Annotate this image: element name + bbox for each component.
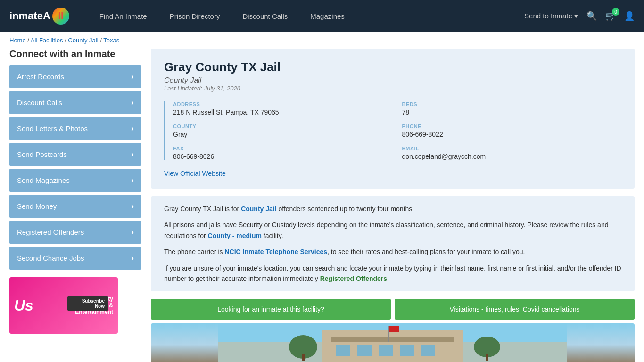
facility-description: Gray County TX Jail is for County Jail o… xyxy=(151,196,635,291)
sidebar-item-discount-calls[interactable]: Discount Calls › xyxy=(9,91,141,114)
breadcrumb-state[interactable]: Texas xyxy=(103,37,119,44)
description-para3: The phone carrier is NCIC Inmate Telepho… xyxy=(164,247,621,257)
breadcrumb-county-jail[interactable]: County Jail xyxy=(68,37,98,44)
sidebar-item-send-money[interactable]: Send Money › xyxy=(9,195,141,218)
description-para2: All prisons and jails have Security or C… xyxy=(164,220,621,241)
facility-name: Gray County TX Jail xyxy=(164,60,621,74)
action-buttons: Looking for an inmate at this facility? … xyxy=(151,299,635,320)
facility-last-updated: Last Updated: July 31, 2020 xyxy=(164,85,621,92)
chevron-right-icon: › xyxy=(131,253,134,263)
beds-label: BEDS xyxy=(402,101,622,107)
chevron-right-icon: › xyxy=(131,227,134,237)
facility-details: ADDRESS 218 N Russell St, Pampa, TX 7906… xyxy=(164,101,621,160)
sidebar-item-label: Send Letters & Photos xyxy=(17,124,88,132)
fax-label: FAX xyxy=(173,146,393,151)
phone-label: PHONE xyxy=(402,123,622,129)
sidebar: Connect with an Inmate Arrest Records › … xyxy=(9,49,141,362)
nav-discount-calls[interactable]: Discount Calls xyxy=(231,0,299,32)
email-value: don.copeland@graycch.com xyxy=(402,153,622,160)
nav-magazines[interactable]: Magazines xyxy=(299,0,356,32)
sidebar-item-registered-offenders[interactable]: Registered Offenders › xyxy=(9,221,141,244)
chevron-right-icon: › xyxy=(131,175,134,185)
description-para1: Gray County TX Jail is for County Jail o… xyxy=(164,204,621,214)
svg-rect-16 xyxy=(486,354,488,361)
facility-image xyxy=(151,323,635,362)
main-container: Connect with an Inmate Arrest Records › … xyxy=(0,49,644,362)
chevron-right-icon: › xyxy=(131,149,134,159)
navigation: inmateA ll Find An Inmate Prison Directo… xyxy=(0,0,644,32)
breadcrumb-home[interactable]: Home xyxy=(9,37,26,44)
facility-address: ADDRESS 218 N Russell St, Pampa, TX 7906… xyxy=(173,101,393,116)
facility-county: COUNTY Gray xyxy=(173,123,393,138)
nav-right: Send to Inmate ▾ 🔍 🛒 0 👤 xyxy=(524,11,635,21)
svg-rect-9 xyxy=(400,345,414,356)
sidebar-item-label: Registered Offenders xyxy=(17,228,84,236)
sidebar-item-arrest-records[interactable]: Arrest Records › xyxy=(9,65,141,88)
svg-rect-8 xyxy=(379,345,393,356)
svg-rect-7 xyxy=(357,345,372,356)
svg-rect-6 xyxy=(336,345,350,356)
sidebar-item-send-postcards[interactable]: Send Postcards › xyxy=(9,143,141,166)
svg-rect-11 xyxy=(388,326,389,342)
registered-offenders-link[interactable]: Registered Offenders xyxy=(320,275,387,282)
svg-text:ll: ll xyxy=(58,10,63,21)
official-website-link[interactable]: View Official Website xyxy=(164,170,226,177)
facility-type: County Jail xyxy=(164,76,621,85)
chevron-right-icon: › xyxy=(131,72,134,82)
ad-text: Latest Celebrity News, Pictures & Entert… xyxy=(67,296,113,315)
visitation-button[interactable]: Visitations - times, rules, Covid cancel… xyxy=(395,299,635,320)
county-jail-link[interactable]: County Jail xyxy=(241,205,276,213)
address-value: 218 N Russell St, Pampa, TX 79065 xyxy=(173,108,393,116)
chevron-right-icon: › xyxy=(131,123,134,133)
cart-icon[interactable]: 🛒 0 xyxy=(605,11,616,21)
sidebar-item-send-letters[interactable]: Send Letters & Photos › xyxy=(9,117,141,140)
nav-send-to-inmate[interactable]: Send to Inmate ▾ xyxy=(524,12,578,20)
sidebar-item-second-chance-jobs[interactable]: Second Chance Jobs › xyxy=(9,247,141,270)
find-inmate-button[interactable]: Looking for an inmate at this facility? xyxy=(151,299,391,320)
ad-logo: Us xyxy=(14,297,33,314)
sidebar-item-label: Send Postcards xyxy=(17,150,67,158)
main-content: Gray County TX Jail County Jail Last Upd… xyxy=(151,49,635,362)
description-para4: If you are unsure of your inmate's locat… xyxy=(164,263,621,284)
sidebar-item-label: Send Magazines xyxy=(17,176,70,184)
county-medium-link[interactable]: County - medium xyxy=(208,232,262,239)
ad-subscribe-button[interactable]: Subscribe Now xyxy=(67,296,108,311)
facility-phone: PHONE 806-669-8022 xyxy=(402,123,622,138)
sidebar-item-send-magazines[interactable]: Send Magazines › xyxy=(9,169,141,192)
fax-value: 806-669-8026 xyxy=(173,153,393,160)
logo-text: inmateA xyxy=(9,10,50,22)
nav-links: Find An Inmate Prison Directory Discount… xyxy=(88,0,524,32)
breadcrumb-all-facilities[interactable]: All Facilities xyxy=(31,37,63,44)
facility-card: Gray County TX Jail County Jail Last Upd… xyxy=(151,49,635,189)
svg-rect-10 xyxy=(421,345,435,356)
svg-rect-14 xyxy=(302,354,305,361)
email-label: EMAIL xyxy=(402,146,622,151)
nav-find-inmate[interactable]: Find An Inmate xyxy=(88,0,158,32)
county-label: COUNTY xyxy=(173,123,393,129)
beds-value: 78 xyxy=(402,108,622,116)
facility-beds: BEDS 78 xyxy=(402,101,622,116)
chevron-right-icon: › xyxy=(131,201,134,211)
sidebar-advertisement[interactable]: Us Latest Celebrity News, Pictures & Ent… xyxy=(9,277,118,334)
search-icon[interactable]: 🔍 xyxy=(586,11,597,21)
facility-email: EMAIL don.copeland@graycch.com xyxy=(402,146,622,160)
sidebar-item-label: Send Money xyxy=(17,202,57,210)
cart-badge: 0 xyxy=(612,8,619,16)
chevron-right-icon: › xyxy=(131,98,134,107)
sidebar-item-label: Arrest Records xyxy=(17,73,64,81)
user-icon[interactable]: 👤 xyxy=(624,11,635,21)
sidebar-title: Connect with an Inmate xyxy=(9,49,141,59)
ncic-link[interactable]: NCIC Inmate Telephone Services xyxy=(224,248,327,255)
svg-rect-5 xyxy=(331,337,454,342)
svg-rect-12 xyxy=(389,326,399,332)
sidebar-item-label: Discount Calls xyxy=(17,99,62,107)
logo[interactable]: inmateA ll xyxy=(9,8,69,25)
county-value: Gray xyxy=(173,131,393,138)
logo-icon: ll xyxy=(52,8,69,25)
phone-value: 806-669-8022 xyxy=(402,131,622,138)
facility-fax: FAX 806-669-8026 xyxy=(173,146,393,160)
nav-prison-directory[interactable]: Prison Directory xyxy=(158,0,231,32)
sidebar-item-label: Second Chance Jobs xyxy=(17,254,84,262)
address-label: ADDRESS xyxy=(173,101,393,107)
breadcrumb: Home / All Facilities / County Jail / Te… xyxy=(0,32,644,49)
